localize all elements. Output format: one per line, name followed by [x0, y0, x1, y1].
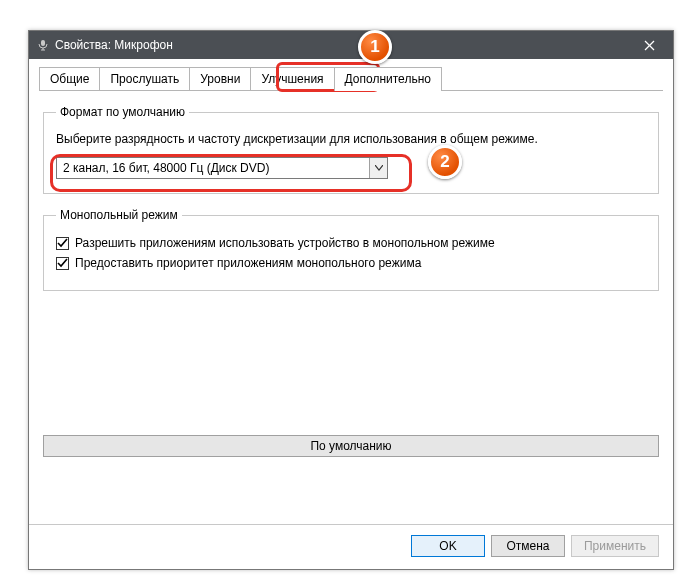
checkbox-priority-row[interactable]: Предоставить приоритет приложениям моноп… [56, 256, 646, 270]
checkbox-allow-exclusive-label: Разрешить приложениям использовать устро… [75, 236, 495, 250]
checkbox-priority-exclusive[interactable] [56, 257, 69, 270]
group-default-format: Формат по умолчанию Выберите разрядность… [43, 105, 659, 194]
group-default-format-legend: Формат по умолчанию [56, 105, 189, 119]
checkbox-allow-exclusive[interactable] [56, 237, 69, 250]
ok-button[interactable]: OK [411, 535, 485, 557]
dialog-buttons: OK Отмена Применить [43, 535, 659, 559]
tab-listen[interactable]: Прослушать [99, 67, 190, 91]
default-format-hint: Выберите разрядность и частоту дискретиз… [56, 131, 646, 147]
checkbox-allow-exclusive-row[interactable]: Разрешить приложениям использовать устро… [56, 236, 646, 250]
close-button[interactable] [629, 31, 669, 59]
group-exclusive-mode: Монопольный режим Разрешить приложениям … [43, 208, 659, 291]
checkbox-priority-label: Предоставить приоритет приложениям моноп… [75, 256, 421, 270]
restore-defaults-button[interactable]: По умолчанию [43, 435, 659, 457]
apply-button[interactable]: Применить [571, 535, 659, 557]
tab-enhancements[interactable]: Улучшения [250, 67, 334, 91]
window-title: Свойства: Микрофон [55, 38, 629, 52]
default-format-combo[interactable]: 2 канал, 16 бит, 48000 Гц (Диск DVD) [56, 157, 388, 179]
svg-rect-0 [41, 40, 45, 46]
tab-general[interactable]: Общие [39, 67, 100, 91]
titlebar[interactable]: Свойства: Микрофон [29, 31, 673, 59]
client-area: Формат по умолчанию Выберите разрядность… [29, 91, 673, 569]
default-format-value: 2 канал, 16 бит, 48000 Гц (Диск DVD) [57, 161, 369, 175]
tab-advanced[interactable]: Дополнительно [334, 67, 442, 91]
tab-levels[interactable]: Уровни [189, 67, 251, 91]
microphone-icon [37, 39, 49, 51]
tab-strip: Общие Прослушать Уровни Улучшения Дополн… [29, 59, 673, 91]
cancel-button[interactable]: Отмена [491, 535, 565, 557]
chevron-down-icon[interactable] [369, 158, 387, 178]
group-exclusive-legend: Монопольный режим [56, 208, 182, 222]
properties-window: Свойства: Микрофон Общие Прослушать Уров… [28, 30, 674, 570]
separator [29, 524, 673, 525]
